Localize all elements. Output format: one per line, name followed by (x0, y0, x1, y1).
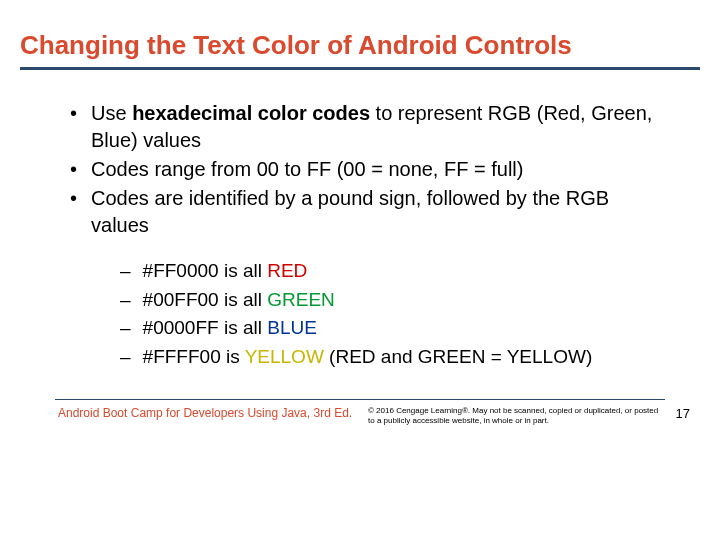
bullet-item: •Codes range from 00 to FF (00 = none, F… (70, 156, 670, 183)
sub-item: –#00FF00 is all GREEN (120, 286, 670, 315)
page-number: 17 (676, 406, 700, 421)
sub-item: –#0000FF is all BLUE (120, 314, 670, 343)
footer: Android Boot Camp for Developers Using J… (0, 406, 720, 426)
footer-source: Android Boot Camp for Developers Using J… (58, 406, 368, 420)
sub-item: –#FFFF00 is YELLOW (RED and GREEN = YELL… (120, 343, 670, 372)
slide-title: Changing the Text Color of Android Contr… (20, 30, 700, 61)
footer-rule (55, 399, 665, 400)
footer-copyright: © 2016 Cengage Learning®. May not be sca… (368, 406, 676, 426)
bullet-item: •Codes are identified by a pound sign, f… (70, 185, 670, 239)
main-bullets: •Use hexadecimal color codes to represen… (70, 100, 670, 371)
sub-item: –#FF0000 is all RED (120, 257, 670, 286)
bullet-item: •Use hexadecimal color codes to represen… (70, 100, 670, 154)
title-rule (20, 67, 700, 70)
sub-bullets: –#FF0000 is all RED –#00FF00 is all GREE… (120, 257, 670, 371)
